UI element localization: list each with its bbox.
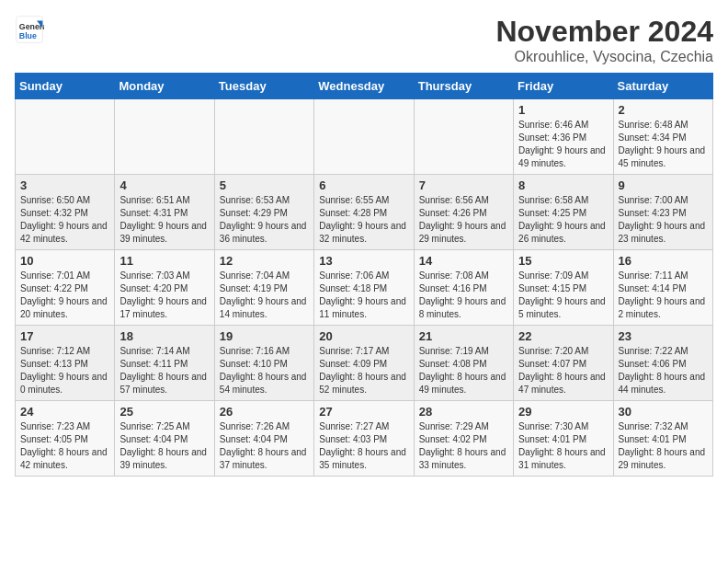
day-of-week-header: Tuesday xyxy=(214,74,313,99)
calendar-week-row: 10Sunrise: 7:01 AM Sunset: 4:22 PM Dayli… xyxy=(16,250,713,326)
day-info: Sunrise: 7:25 AM Sunset: 4:04 PM Dayligh… xyxy=(119,420,209,472)
day-number: 30 xyxy=(619,405,708,419)
day-number: 14 xyxy=(419,254,508,268)
day-number: 21 xyxy=(419,329,508,343)
calendar-cell: 25Sunrise: 7:25 AM Sunset: 4:04 PM Dayli… xyxy=(115,401,214,477)
day-info: Sunrise: 7:01 AM Sunset: 4:22 PM Dayligh… xyxy=(20,270,109,321)
day-info: Sunrise: 7:04 AM Sunset: 4:19 PM Dayligh… xyxy=(220,270,309,321)
svg-text:Blue: Blue xyxy=(19,31,37,40)
header: General Blue November 2024 Okrouhlice, V… xyxy=(15,15,713,65)
calendar-cell: 7Sunrise: 6:56 AM Sunset: 4:26 PM Daylig… xyxy=(414,175,513,250)
calendar-cell: 16Sunrise: 7:11 AM Sunset: 4:14 PM Dayli… xyxy=(613,250,712,326)
calendar-week-row: 3Sunrise: 6:50 AM Sunset: 4:32 PM Daylig… xyxy=(16,175,713,250)
day-info: Sunrise: 6:48 AM Sunset: 4:34 PM Dayligh… xyxy=(619,119,708,170)
calendar-table: SundayMondayTuesdayWednesdayThursdayFrid… xyxy=(15,73,713,477)
day-of-week-header: Monday xyxy=(115,74,214,99)
day-number: 18 xyxy=(119,329,209,343)
day-number: 2 xyxy=(619,103,708,117)
day-info: Sunrise: 7:16 AM Sunset: 4:10 PM Dayligh… xyxy=(220,345,309,396)
calendar-cell: 18Sunrise: 7:14 AM Sunset: 4:11 PM Dayli… xyxy=(115,326,214,401)
day-number: 27 xyxy=(319,405,408,419)
day-info: Sunrise: 7:14 AM Sunset: 4:11 PM Dayligh… xyxy=(119,345,209,396)
location-title: Okrouhlice, Vysocina, Czechia xyxy=(495,49,713,65)
calendar-cell: 9Sunrise: 7:00 AM Sunset: 4:23 PM Daylig… xyxy=(613,175,712,250)
calendar-cell: 2Sunrise: 6:48 AM Sunset: 4:34 PM Daylig… xyxy=(613,99,712,175)
calendar-cell: 4Sunrise: 6:51 AM Sunset: 4:31 PM Daylig… xyxy=(115,175,214,250)
day-info: Sunrise: 7:17 AM Sunset: 4:09 PM Dayligh… xyxy=(319,345,408,396)
day-info: Sunrise: 6:55 AM Sunset: 4:28 PM Dayligh… xyxy=(319,194,408,246)
day-number: 19 xyxy=(220,329,309,343)
calendar-cell: 22Sunrise: 7:20 AM Sunset: 4:07 PM Dayli… xyxy=(514,326,613,401)
calendar-cell: 8Sunrise: 6:58 AM Sunset: 4:25 PM Daylig… xyxy=(514,175,613,250)
calendar-week-row: 1Sunrise: 6:46 AM Sunset: 4:36 PM Daylig… xyxy=(16,99,713,175)
day-info: Sunrise: 6:50 AM Sunset: 4:32 PM Dayligh… xyxy=(20,194,109,246)
day-number: 6 xyxy=(319,178,408,192)
calendar-cell xyxy=(16,99,115,175)
day-info: Sunrise: 6:58 AM Sunset: 4:25 PM Dayligh… xyxy=(518,194,608,246)
day-number: 16 xyxy=(619,254,708,268)
day-info: Sunrise: 7:11 AM Sunset: 4:14 PM Dayligh… xyxy=(619,270,708,321)
day-number: 1 xyxy=(518,103,608,117)
day-info: Sunrise: 7:03 AM Sunset: 4:20 PM Dayligh… xyxy=(119,270,209,321)
calendar-cell: 23Sunrise: 7:22 AM Sunset: 4:06 PM Dayli… xyxy=(613,326,712,401)
day-info: Sunrise: 6:53 AM Sunset: 4:29 PM Dayligh… xyxy=(220,194,309,246)
calendar-cell: 1Sunrise: 6:46 AM Sunset: 4:36 PM Daylig… xyxy=(514,99,613,175)
calendar-cell: 3Sunrise: 6:50 AM Sunset: 4:32 PM Daylig… xyxy=(16,175,115,250)
logo: General Blue xyxy=(15,15,44,44)
day-info: Sunrise: 7:00 AM Sunset: 4:23 PM Dayligh… xyxy=(619,194,708,246)
calendar-cell: 15Sunrise: 7:09 AM Sunset: 4:15 PM Dayli… xyxy=(514,250,613,326)
day-number: 3 xyxy=(20,178,109,192)
day-number: 8 xyxy=(518,178,608,192)
day-number: 9 xyxy=(619,178,708,192)
day-info: Sunrise: 7:19 AM Sunset: 4:08 PM Dayligh… xyxy=(419,345,508,396)
day-number: 25 xyxy=(119,405,209,419)
calendar-cell: 26Sunrise: 7:26 AM Sunset: 4:04 PM Dayli… xyxy=(214,401,313,477)
day-info: Sunrise: 7:12 AM Sunset: 4:13 PM Dayligh… xyxy=(20,345,109,396)
day-info: Sunrise: 6:56 AM Sunset: 4:26 PM Dayligh… xyxy=(419,194,508,246)
calendar-cell: 19Sunrise: 7:16 AM Sunset: 4:10 PM Dayli… xyxy=(214,326,313,401)
day-number: 26 xyxy=(220,405,309,419)
month-title: November 2024 xyxy=(495,15,713,49)
calendar-week-row: 24Sunrise: 7:23 AM Sunset: 4:05 PM Dayli… xyxy=(16,401,713,477)
day-of-week-header: Sunday xyxy=(16,74,115,99)
calendar-cell: 21Sunrise: 7:19 AM Sunset: 4:08 PM Dayli… xyxy=(414,326,513,401)
day-number: 29 xyxy=(518,405,608,419)
day-number: 12 xyxy=(220,254,309,268)
day-info: Sunrise: 7:09 AM Sunset: 4:15 PM Dayligh… xyxy=(518,270,608,321)
day-info: Sunrise: 7:32 AM Sunset: 4:01 PM Dayligh… xyxy=(619,420,708,472)
day-info: Sunrise: 6:51 AM Sunset: 4:31 PM Dayligh… xyxy=(119,194,209,246)
calendar-week-row: 17Sunrise: 7:12 AM Sunset: 4:13 PM Dayli… xyxy=(16,326,713,401)
day-number: 4 xyxy=(119,178,209,192)
day-number: 20 xyxy=(319,329,408,343)
title-area: November 2024 Okrouhlice, Vysocina, Czec… xyxy=(495,15,713,65)
day-info: Sunrise: 7:20 AM Sunset: 4:07 PM Dayligh… xyxy=(518,345,608,396)
day-number: 23 xyxy=(619,329,708,343)
calendar-cell: 30Sunrise: 7:32 AM Sunset: 4:01 PM Dayli… xyxy=(613,401,712,477)
day-info: Sunrise: 7:06 AM Sunset: 4:18 PM Dayligh… xyxy=(319,270,408,321)
calendar-cell xyxy=(314,99,414,175)
calendar-cell: 24Sunrise: 7:23 AM Sunset: 4:05 PM Dayli… xyxy=(16,401,115,477)
logo-icon: General Blue xyxy=(15,15,44,44)
day-info: Sunrise: 7:29 AM Sunset: 4:02 PM Dayligh… xyxy=(419,420,508,472)
day-number: 5 xyxy=(220,178,309,192)
calendar-cell: 28Sunrise: 7:29 AM Sunset: 4:02 PM Dayli… xyxy=(414,401,513,477)
day-info: Sunrise: 7:30 AM Sunset: 4:01 PM Dayligh… xyxy=(518,420,608,472)
day-number: 7 xyxy=(419,178,508,192)
day-info: Sunrise: 7:23 AM Sunset: 4:05 PM Dayligh… xyxy=(20,420,109,472)
header-row: SundayMondayTuesdayWednesdayThursdayFrid… xyxy=(16,74,713,99)
day-of-week-header: Wednesday xyxy=(314,74,414,99)
calendar-cell xyxy=(414,99,513,175)
day-info: Sunrise: 6:46 AM Sunset: 4:36 PM Dayligh… xyxy=(518,119,608,170)
calendar-cell: 20Sunrise: 7:17 AM Sunset: 4:09 PM Dayli… xyxy=(314,326,414,401)
calendar-cell: 5Sunrise: 6:53 AM Sunset: 4:29 PM Daylig… xyxy=(214,175,313,250)
calendar-cell: 27Sunrise: 7:27 AM Sunset: 4:03 PM Dayli… xyxy=(314,401,414,477)
calendar-cell: 17Sunrise: 7:12 AM Sunset: 4:13 PM Dayli… xyxy=(16,326,115,401)
calendar-cell: 13Sunrise: 7:06 AM Sunset: 4:18 PM Dayli… xyxy=(314,250,414,326)
calendar-cell: 12Sunrise: 7:04 AM Sunset: 4:19 PM Dayli… xyxy=(214,250,313,326)
day-number: 28 xyxy=(419,405,508,419)
day-info: Sunrise: 7:22 AM Sunset: 4:06 PM Dayligh… xyxy=(619,345,708,396)
day-of-week-header: Saturday xyxy=(613,74,712,99)
calendar-cell: 10Sunrise: 7:01 AM Sunset: 4:22 PM Dayli… xyxy=(16,250,115,326)
day-of-week-header: Thursday xyxy=(414,74,513,99)
day-info: Sunrise: 7:26 AM Sunset: 4:04 PM Dayligh… xyxy=(220,420,309,472)
